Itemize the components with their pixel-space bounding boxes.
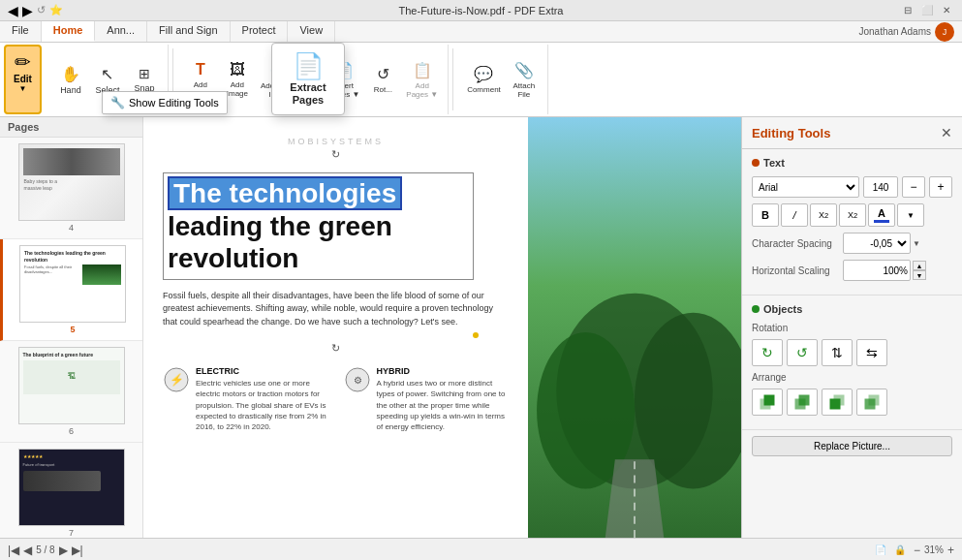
- pdf-sections: ⚡ ELECTRIC Electric vehicles use one or …: [163, 366, 509, 432]
- superscript-button[interactable]: X2: [839, 203, 866, 227]
- rotate-counter-btn[interactable]: ↺: [787, 339, 818, 366]
- rotate-btn[interactable]: ↺ Rot...: [365, 63, 400, 96]
- prev-page-btn[interactable]: ◀: [23, 544, 32, 557]
- text-color-icon: A: [878, 207, 885, 219]
- file-status-icon: 📄: [875, 544, 886, 555]
- color-bar: [874, 220, 889, 223]
- hybrid-icon: ⚙: [344, 366, 371, 393]
- editing-tools-title: Editing Tools: [752, 126, 830, 140]
- add-pages-label: AddPages ▼: [406, 81, 438, 99]
- tab-view[interactable]: View: [288, 21, 335, 42]
- title-bar-space: ◀ ▶ ↺ ⭐: [8, 3, 202, 18]
- edit-icon: ✏: [15, 50, 31, 74]
- close-button[interactable]: ✕: [939, 3, 954, 18]
- attach-file-label: AttachFile: [512, 81, 535, 99]
- scaling-up-btn[interactable]: ▲: [913, 261, 926, 270]
- pdf-logo: mobisystems: [163, 133, 509, 146]
- arrange-label: Arrange: [752, 372, 839, 383]
- tab-fill-sign[interactable]: Fill and Sign: [147, 21, 231, 42]
- text-section: Text Arial − + B / X2 X2 A: [742, 149, 962, 296]
- bring-forward-btn[interactable]: [787, 389, 818, 416]
- edit-dropdown: ▼: [18, 84, 26, 93]
- zoom-in-btn[interactable]: +: [947, 544, 954, 557]
- font-size-increase-btn[interactable]: +: [929, 176, 952, 198]
- svg-text:⚡: ⚡: [170, 372, 184, 387]
- first-page-btn[interactable]: |◀: [8, 544, 19, 557]
- show-editing-tools-popup[interactable]: 🔧 Show Editing Tools: [102, 91, 228, 114]
- tab-ann[interactable]: Ann...: [95, 21, 147, 42]
- zoom-area: − 31% +: [914, 544, 954, 557]
- rotation-buttons: ↻ ↺ ⇅ ⇆: [752, 339, 952, 366]
- hybrid-title: HYBRID: [377, 366, 510, 376]
- hand-btn[interactable]: ✋ Hand: [53, 63, 88, 97]
- page-num-4: 4: [69, 223, 74, 233]
- flip-horizontal-btn[interactable]: ⇅: [822, 339, 853, 366]
- text-color-button[interactable]: A: [868, 203, 895, 227]
- comment-btn[interactable]: 💬 Comment: [463, 63, 505, 96]
- extract-pages-label: ExtractPages: [290, 81, 326, 107]
- extract-popup[interactable]: 📄 ExtractPages: [271, 43, 345, 115]
- replace-picture-button[interactable]: Replace Picture...: [752, 436, 952, 456]
- last-page-btn[interactable]: ▶|: [72, 544, 83, 557]
- edit-button[interactable]: ✏ Edit ▼: [4, 45, 42, 114]
- page-thumb-4[interactable]: Baby steps to amassive leap 4: [0, 138, 142, 239]
- subscript-button[interactable]: X2: [810, 203, 837, 227]
- page-thumb-7[interactable]: ★★★★★ Future of transport 7: [0, 443, 142, 538]
- minimize-button[interactable]: ⊟: [900, 3, 915, 18]
- scaling-down-btn[interactable]: ▼: [913, 270, 926, 280]
- zoom-out-btn[interactable]: −: [914, 544, 920, 557]
- bold-button[interactable]: B: [752, 203, 779, 227]
- font-size-input[interactable]: [863, 176, 898, 198]
- page-thumb-5[interactable]: The technologies leading the green revol…: [0, 239, 142, 341]
- horiz-scaling-control: ▲ ▼: [843, 260, 952, 281]
- pdf-page: mobisystems ↻ The technologies leading t…: [143, 117, 741, 538]
- add-pages-btn[interactable]: 📋 AddPages ▼: [402, 59, 442, 101]
- page-num-5: 5: [70, 325, 75, 334]
- status-bar: |◀ ◀ 5 / 8 ▶ ▶| 📄 🔒 − 31% +: [0, 538, 962, 560]
- send-backward-btn[interactable]: [822, 389, 853, 416]
- snap-icon: ⊞: [139, 66, 150, 81]
- hybrid-section: ⚙ HYBRID A hybrid uses two or more disti…: [344, 366, 510, 432]
- electric-section: ⚡ ELECTRIC Electric vehicles use one or …: [163, 366, 328, 432]
- editing-tools-close-button[interactable]: ✕: [941, 125, 952, 140]
- rotate-handle-mid: ↻: [163, 342, 509, 355]
- page-thumb-6[interactable]: The blueprint of a green future 🏗 6: [0, 341, 142, 443]
- tab-protect[interactable]: Protect: [231, 21, 289, 42]
- char-spacing-select[interactable]: -0,05: [843, 233, 911, 254]
- pdf-content-wrapper: mobisystems ↻ The technologies leading t…: [143, 117, 741, 538]
- next-page-btn[interactable]: ▶: [59, 544, 68, 557]
- page-num-6: 6: [69, 426, 74, 436]
- font-row: Arial − +: [752, 176, 952, 198]
- title-bar: ◀ ▶ ↺ ⭐ The-Future-is-Now.pdf - PDF Extr…: [0, 0, 962, 21]
- editing-tools-header: Editing Tools ✕: [742, 117, 962, 149]
- rotate-clockwise-btn[interactable]: ↻: [752, 339, 783, 366]
- objects-section: Objects Rotation ↻ ↺ ⇅ ⇆ Arrange: [742, 296, 962, 430]
- bring-to-front-btn[interactable]: [752, 389, 783, 416]
- user-icon: J: [935, 22, 954, 42]
- page-num-7: 7: [69, 528, 74, 538]
- horiz-scaling-input[interactable]: [843, 260, 911, 281]
- attach-file-btn[interactable]: 📎 AttachFile: [507, 59, 542, 101]
- status-right: 📄 🔒 − 31% +: [875, 544, 954, 557]
- maximize-button[interactable]: ⬜: [919, 3, 935, 18]
- tab-file[interactable]: File: [0, 21, 42, 42]
- send-to-back-btn[interactable]: [856, 389, 887, 416]
- pdf-heading: The technologies leading the green revol…: [163, 172, 474, 280]
- font-size-decrease-btn[interactable]: −: [902, 176, 925, 198]
- scaling-stepper: ▲ ▼: [913, 261, 926, 280]
- editing-tools-panel: Editing Tools ✕ Text Arial − + B /: [741, 117, 962, 538]
- logo-text: mobisystems: [288, 137, 384, 146]
- svg-rect-12: [799, 395, 809, 405]
- current-page: 5: [36, 544, 42, 555]
- tab-home[interactable]: Home: [42, 21, 96, 42]
- font-select[interactable]: Arial: [752, 176, 859, 198]
- status-nav: |◀ ◀ 5 / 8 ▶ ▶|: [8, 544, 83, 557]
- italic-button[interactable]: /: [781, 203, 808, 227]
- add-image-label: AddImage: [227, 80, 248, 98]
- sidebar: Pages Baby steps to amassive leap 4 The …: [0, 117, 143, 538]
- comment-row: 💬 Comment 📎 AttachFile: [463, 47, 542, 112]
- color-dropdown-btn[interactable]: ▼: [897, 203, 924, 227]
- flip-vertical-btn[interactable]: ⇆: [856, 339, 887, 366]
- window-controls[interactable]: ⊟ ⬜ ✕: [900, 3, 954, 18]
- pdf-body: Fossil fuels, despite all their disadvan…: [163, 290, 509, 329]
